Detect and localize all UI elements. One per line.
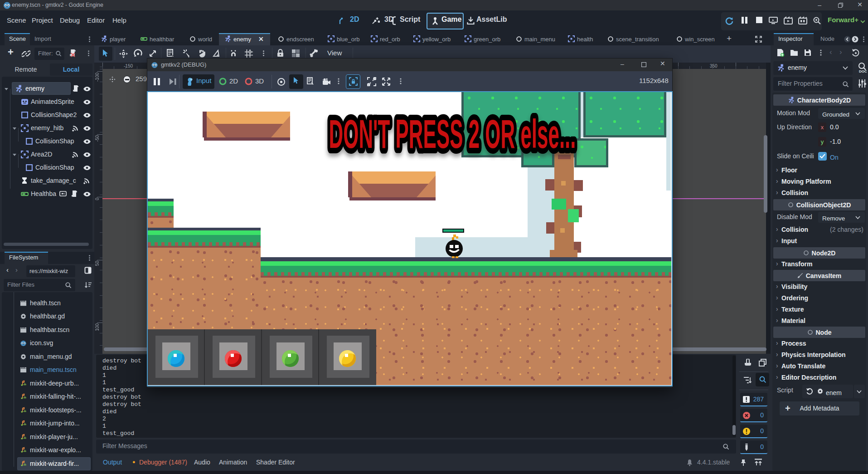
svg-text:DON'T PRESS 2 OR else...: DON'T PRESS 2 OR else... (329, 112, 576, 156)
svg-text:DOC: DOC (859, 69, 867, 73)
